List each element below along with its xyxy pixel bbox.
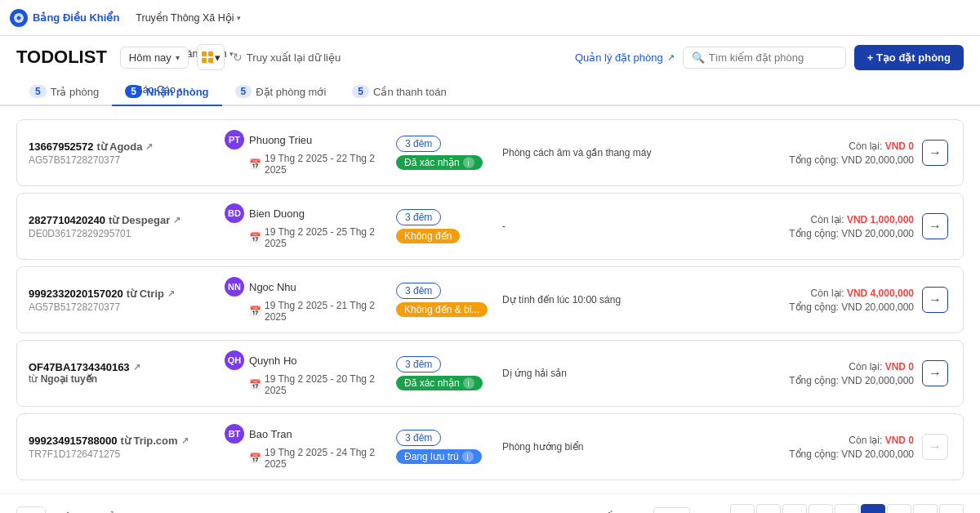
- checkin-button[interactable]: →: [922, 434, 948, 460]
- create-booking-button[interactable]: + Tạo đặt phòng: [854, 45, 964, 70]
- tab-badge: 5: [235, 85, 252, 98]
- nights-badge: 3 đêm: [396, 356, 441, 372]
- search-icon: 🔍: [692, 51, 705, 64]
- pager-page-5[interactable]: 5: [887, 504, 911, 513]
- calendar-icon: 📅: [249, 306, 261, 317]
- search-input[interactable]: [709, 51, 837, 64]
- guest-name: BD Bien Duong: [225, 203, 388, 223]
- note-col: Dị ứng hải sản: [502, 368, 759, 379]
- external-link-icon: ↗: [181, 435, 189, 446]
- tab-item[interactable]: 5Trả phòng: [16, 78, 112, 106]
- avatar: BD: [225, 203, 244, 223]
- page-size-caret: ▾: [33, 511, 38, 514]
- search-box: 🔍: [683, 47, 846, 69]
- status-badge: Đã xác nhận i: [396, 155, 483, 170]
- view-caret-icon: ▾: [215, 51, 220, 64]
- status-col: 3 đêm Đang lưu trú i: [396, 430, 494, 464]
- booking-id-col: 999234915788000 từ Trip.com ↗ TR7F1D1726…: [29, 435, 216, 460]
- table-row: 13667952572 từ Agoda ↗ AG57B51728270377 …: [16, 119, 964, 186]
- booking-id-col: 13667952572 từ Agoda ↗ AG57B51728270377: [29, 141, 216, 166]
- pager-page-1[interactable]: 1: [782, 504, 807, 513]
- checkin-button[interactable]: →: [922, 360, 948, 386]
- total-amount: Tổng cộng: VND 20,000,000: [767, 375, 914, 386]
- guest-name: NN Ngoc Nhu: [225, 277, 388, 297]
- amount-col: Còn lại: VND 0 Tổng cộng: VND 20,000,000: [767, 435, 914, 460]
- export-button[interactable]: ↻ Truy xuất lại dữ liệu: [233, 51, 341, 64]
- pagination-info: Hiện 1 - 5 của 100 dòng: [54, 511, 168, 514]
- pager-page-3[interactable]: 3: [835, 504, 859, 513]
- remaining-amount: Còn lại: VND 0: [767, 361, 914, 372]
- svg-rect-3: [202, 58, 207, 63]
- pager-page-4[interactable]: 4: [861, 504, 885, 513]
- external-link-icon: ↗: [145, 141, 153, 152]
- note-col: Dự tính đến lúc 10:00 sáng: [502, 294, 759, 306]
- action-col: →: [922, 434, 951, 460]
- guest-col: PT Phuong Trieu 📅 19 Thg 2 2025 - 22 Thg…: [225, 130, 388, 176]
- svg-rect-4: [208, 58, 213, 63]
- external-link-icon: ↗: [133, 362, 140, 372]
- checkin-button[interactable]: →: [922, 140, 948, 166]
- nav-item[interactable]: Truyền Thông Xã Hội▾: [129, 0, 247, 36]
- action-col: →: [922, 287, 951, 313]
- status-badge: Đang lưu trú i: [396, 449, 482, 464]
- nights-badge: 3 đêm: [396, 283, 441, 299]
- main-content: 13667952572 từ Agoda ↗ AG57B51728270377 …: [0, 106, 980, 493]
- pager-next[interactable]: ›: [913, 504, 938, 513]
- page-total: / 100: [698, 511, 722, 514]
- booking-id: 999234915788000 từ Trip.com ↗: [29, 435, 216, 447]
- pager-last[interactable]: »: [939, 504, 964, 513]
- calendar-icon: 📅: [249, 158, 261, 170]
- nav-logo[interactable]: Bảng Điều Khiển: [10, 9, 119, 27]
- booking-id-col: 9992332020157020 từ Ctrip ↗ AG57B5172827…: [29, 288, 216, 313]
- info-icon[interactable]: i: [463, 377, 474, 389]
- goto-page-label: Đến trang: [598, 511, 645, 514]
- guest-name: QH Quynh Ho: [225, 350, 388, 370]
- date-filter-button[interactable]: Hôm nay ▾: [120, 47, 189, 69]
- nav-bar: Bảng Điều Khiển Công Cụ Đặt Phòng▾Lễ Tân…: [0, 0, 980, 36]
- tab-item[interactable]: 5Cần thanh toán: [339, 78, 459, 106]
- logo-text: Bảng Điều Khiển: [33, 11, 119, 24]
- tab-label: Đặt phòng mới: [256, 86, 326, 98]
- booking-dates: 📅 19 Thg 2 2025 - 24 Thg 2 2025: [225, 447, 388, 470]
- tab-label: Trả phòng: [51, 86, 100, 98]
- dropdown-caret-icon: ▾: [237, 14, 241, 22]
- info-icon[interactable]: i: [462, 451, 474, 462]
- svg-rect-1: [202, 51, 207, 56]
- nights-badge: 3 đêm: [396, 209, 441, 225]
- checkin-button[interactable]: →: [922, 287, 948, 313]
- table-row: OF47BA1734340163 ↗ từ Ngoại tuyến QH Quy…: [16, 340, 964, 407]
- checkin-button[interactable]: →: [922, 213, 948, 239]
- page-size-select[interactable]: 5 ▾: [16, 506, 46, 514]
- footer: 5 ▾ Hiện 1 - 5 của 100 dòng Đến trang / …: [0, 493, 980, 513]
- logo-icon: [10, 9, 28, 27]
- booking-id: 13667952572 từ Agoda ↗: [29, 141, 216, 153]
- svg-rect-2: [208, 51, 213, 56]
- external-link-icon: ↗: [667, 52, 675, 63]
- pager-first[interactable]: «: [730, 504, 755, 513]
- calendar-icon: 📅: [249, 379, 261, 390]
- nights-badge: 3 đêm: [396, 430, 441, 446]
- calendar-icon: 📅: [249, 232, 261, 243]
- remaining-amount: Còn lại: VND 1,000,000: [767, 214, 914, 225]
- refresh-icon: ↻: [233, 51, 243, 64]
- status-col: 3 đêm Không đến & bi...: [396, 283, 494, 317]
- calendar-icon: 📅: [249, 453, 261, 464]
- status-col: 3 đêm Đã xác nhận i: [396, 356, 494, 390]
- tab-item[interactable]: 5Nhận phòng: [112, 78, 221, 106]
- booking-ref: AG57B51728270377: [29, 301, 216, 313]
- guest-name: PT Phuong Trieu: [225, 130, 388, 149]
- note-col: Phòng cách âm và gần thang máy: [502, 147, 759, 158]
- pager-page-2[interactable]: 2: [808, 504, 833, 513]
- pager-prev[interactable]: ‹: [756, 504, 781, 513]
- status-col: 3 đêm Đã xác nhận i: [396, 136, 494, 170]
- remaining-amount: Còn lại: VND 4,000,000: [767, 288, 914, 299]
- external-link-icon: ↗: [167, 288, 175, 299]
- tab-item[interactable]: 5Đặt phòng mới: [222, 78, 340, 106]
- amount-col: Còn lại: VND 1,000,000 Tổng cộng: VND 20…: [767, 214, 914, 239]
- manage-bookings-button[interactable]: Quản lý đặt phòng ↗: [575, 51, 675, 64]
- goto-page-input[interactable]: [653, 507, 690, 514]
- booking-id-col: 2827710420240 từ Despegar ↗ DE0D36172829…: [29, 214, 216, 239]
- view-toggle-button[interactable]: ▾: [197, 44, 225, 70]
- tab-badge: 5: [352, 85, 369, 98]
- info-icon[interactable]: i: [463, 157, 474, 168]
